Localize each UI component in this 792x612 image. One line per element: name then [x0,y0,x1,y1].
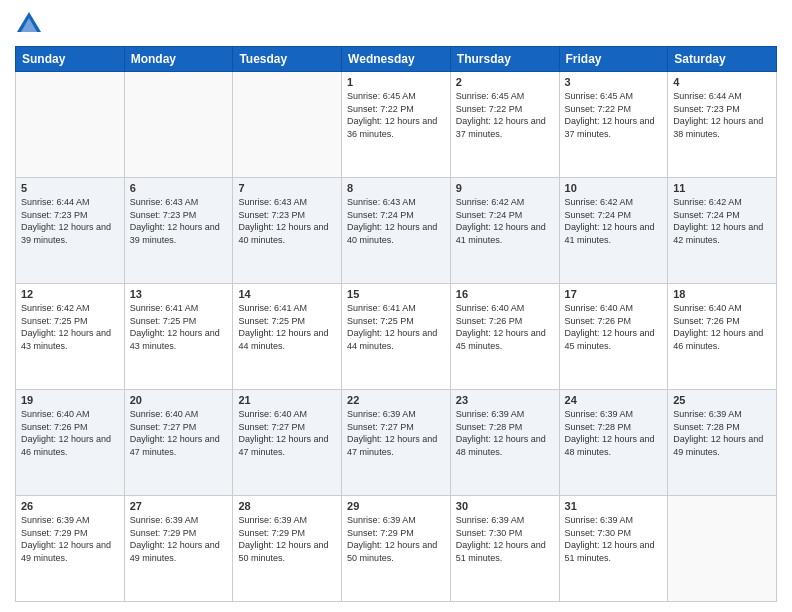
day-number: 24 [565,394,663,406]
day-info: Sunrise: 6:39 AMSunset: 7:29 PMDaylight:… [21,514,119,564]
day-number: 10 [565,182,663,194]
day-info: Sunrise: 6:39 AMSunset: 7:28 PMDaylight:… [673,408,771,458]
day-number: 30 [456,500,554,512]
calendar-cell: 27Sunrise: 6:39 AMSunset: 7:29 PMDayligh… [124,496,233,602]
day-info: Sunrise: 6:39 AMSunset: 7:28 PMDaylight:… [565,408,663,458]
calendar-cell: 14Sunrise: 6:41 AMSunset: 7:25 PMDayligh… [233,284,342,390]
day-info: Sunrise: 6:40 AMSunset: 7:26 PMDaylight:… [21,408,119,458]
day-number: 17 [565,288,663,300]
calendar-cell [124,72,233,178]
calendar-cell: 16Sunrise: 6:40 AMSunset: 7:26 PMDayligh… [450,284,559,390]
day-number: 26 [21,500,119,512]
day-info: Sunrise: 6:39 AMSunset: 7:29 PMDaylight:… [238,514,336,564]
day-info: Sunrise: 6:43 AMSunset: 7:23 PMDaylight:… [130,196,228,246]
calendar-cell: 10Sunrise: 6:42 AMSunset: 7:24 PMDayligh… [559,178,668,284]
calendar-cell: 15Sunrise: 6:41 AMSunset: 7:25 PMDayligh… [342,284,451,390]
calendar-cell: 12Sunrise: 6:42 AMSunset: 7:25 PMDayligh… [16,284,125,390]
calendar-cell: 31Sunrise: 6:39 AMSunset: 7:30 PMDayligh… [559,496,668,602]
day-of-week-header: Sunday [16,47,125,72]
page: SundayMondayTuesdayWednesdayThursdayFrid… [0,0,792,612]
calendar-cell: 13Sunrise: 6:41 AMSunset: 7:25 PMDayligh… [124,284,233,390]
day-number: 15 [347,288,445,300]
day-number: 1 [347,76,445,88]
day-number: 13 [130,288,228,300]
calendar-cell: 3Sunrise: 6:45 AMSunset: 7:22 PMDaylight… [559,72,668,178]
calendar-week-row: 26Sunrise: 6:39 AMSunset: 7:29 PMDayligh… [16,496,777,602]
calendar-cell: 24Sunrise: 6:39 AMSunset: 7:28 PMDayligh… [559,390,668,496]
calendar-cell: 7Sunrise: 6:43 AMSunset: 7:23 PMDaylight… [233,178,342,284]
day-info: Sunrise: 6:43 AMSunset: 7:24 PMDaylight:… [347,196,445,246]
day-of-week-header: Friday [559,47,668,72]
day-info: Sunrise: 6:42 AMSunset: 7:24 PMDaylight:… [673,196,771,246]
calendar-cell: 25Sunrise: 6:39 AMSunset: 7:28 PMDayligh… [668,390,777,496]
calendar-cell: 17Sunrise: 6:40 AMSunset: 7:26 PMDayligh… [559,284,668,390]
calendar-cell: 23Sunrise: 6:39 AMSunset: 7:28 PMDayligh… [450,390,559,496]
day-number: 19 [21,394,119,406]
day-info: Sunrise: 6:40 AMSunset: 7:27 PMDaylight:… [130,408,228,458]
calendar-cell: 6Sunrise: 6:43 AMSunset: 7:23 PMDaylight… [124,178,233,284]
calendar-cell: 18Sunrise: 6:40 AMSunset: 7:26 PMDayligh… [668,284,777,390]
calendar-cell: 20Sunrise: 6:40 AMSunset: 7:27 PMDayligh… [124,390,233,496]
day-of-week-header: Monday [124,47,233,72]
day-number: 8 [347,182,445,194]
day-number: 25 [673,394,771,406]
day-number: 5 [21,182,119,194]
calendar-body: 1Sunrise: 6:45 AMSunset: 7:22 PMDaylight… [16,72,777,602]
day-number: 11 [673,182,771,194]
day-info: Sunrise: 6:40 AMSunset: 7:26 PMDaylight:… [565,302,663,352]
day-info: Sunrise: 6:40 AMSunset: 7:27 PMDaylight:… [238,408,336,458]
day-number: 23 [456,394,554,406]
day-info: Sunrise: 6:44 AMSunset: 7:23 PMDaylight:… [673,90,771,140]
day-info: Sunrise: 6:42 AMSunset: 7:25 PMDaylight:… [21,302,119,352]
day-number: 6 [130,182,228,194]
day-number: 28 [238,500,336,512]
day-number: 31 [565,500,663,512]
calendar-cell: 9Sunrise: 6:42 AMSunset: 7:24 PMDaylight… [450,178,559,284]
logo [15,10,47,38]
calendar-cell: 21Sunrise: 6:40 AMSunset: 7:27 PMDayligh… [233,390,342,496]
calendar-cell: 22Sunrise: 6:39 AMSunset: 7:27 PMDayligh… [342,390,451,496]
day-info: Sunrise: 6:41 AMSunset: 7:25 PMDaylight:… [347,302,445,352]
day-of-week-header: Saturday [668,47,777,72]
day-info: Sunrise: 6:41 AMSunset: 7:25 PMDaylight:… [130,302,228,352]
day-info: Sunrise: 6:45 AMSunset: 7:22 PMDaylight:… [565,90,663,140]
calendar-cell: 8Sunrise: 6:43 AMSunset: 7:24 PMDaylight… [342,178,451,284]
calendar-cell: 19Sunrise: 6:40 AMSunset: 7:26 PMDayligh… [16,390,125,496]
day-info: Sunrise: 6:42 AMSunset: 7:24 PMDaylight:… [456,196,554,246]
calendar-cell: 4Sunrise: 6:44 AMSunset: 7:23 PMDaylight… [668,72,777,178]
calendar-cell [668,496,777,602]
calendar-cell: 11Sunrise: 6:42 AMSunset: 7:24 PMDayligh… [668,178,777,284]
calendar-cell [16,72,125,178]
day-number: 18 [673,288,771,300]
day-info: Sunrise: 6:40 AMSunset: 7:26 PMDaylight:… [673,302,771,352]
day-number: 2 [456,76,554,88]
day-number: 21 [238,394,336,406]
calendar-week-row: 5Sunrise: 6:44 AMSunset: 7:23 PMDaylight… [16,178,777,284]
day-number: 22 [347,394,445,406]
logo-icon [15,10,43,38]
day-number: 14 [238,288,336,300]
calendar-cell: 30Sunrise: 6:39 AMSunset: 7:30 PMDayligh… [450,496,559,602]
day-info: Sunrise: 6:41 AMSunset: 7:25 PMDaylight:… [238,302,336,352]
day-info: Sunrise: 6:39 AMSunset: 7:30 PMDaylight:… [456,514,554,564]
day-number: 4 [673,76,771,88]
day-number: 12 [21,288,119,300]
day-number: 16 [456,288,554,300]
calendar-cell: 5Sunrise: 6:44 AMSunset: 7:23 PMDaylight… [16,178,125,284]
calendar-cell: 1Sunrise: 6:45 AMSunset: 7:22 PMDaylight… [342,72,451,178]
day-info: Sunrise: 6:42 AMSunset: 7:24 PMDaylight:… [565,196,663,246]
day-number: 20 [130,394,228,406]
header [15,10,777,38]
day-of-week-header: Tuesday [233,47,342,72]
day-of-week-header: Wednesday [342,47,451,72]
calendar-cell: 28Sunrise: 6:39 AMSunset: 7:29 PMDayligh… [233,496,342,602]
calendar-week-row: 19Sunrise: 6:40 AMSunset: 7:26 PMDayligh… [16,390,777,496]
day-number: 7 [238,182,336,194]
day-info: Sunrise: 6:45 AMSunset: 7:22 PMDaylight:… [347,90,445,140]
day-info: Sunrise: 6:43 AMSunset: 7:23 PMDaylight:… [238,196,336,246]
calendar-cell: 2Sunrise: 6:45 AMSunset: 7:22 PMDaylight… [450,72,559,178]
day-number: 9 [456,182,554,194]
day-number: 3 [565,76,663,88]
day-info: Sunrise: 6:45 AMSunset: 7:22 PMDaylight:… [456,90,554,140]
day-info: Sunrise: 6:40 AMSunset: 7:26 PMDaylight:… [456,302,554,352]
